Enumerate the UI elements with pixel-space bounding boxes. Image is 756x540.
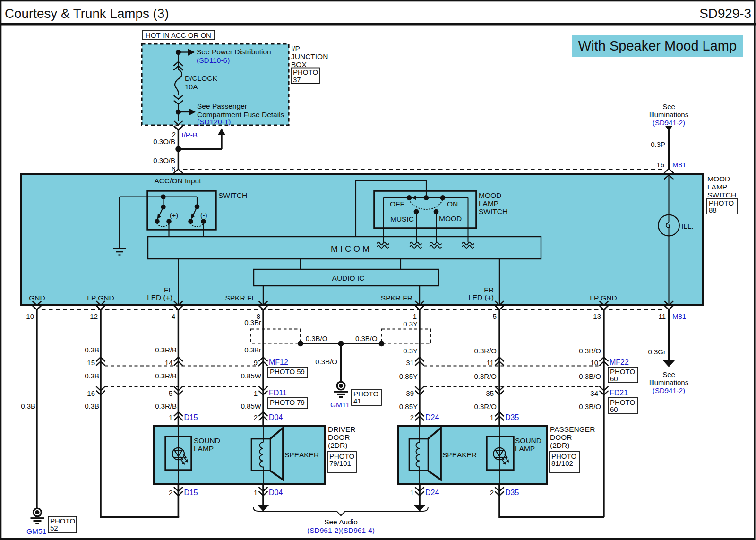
- svg-text:2: 2: [410, 413, 414, 421]
- svg-text:D35: D35: [505, 413, 519, 421]
- svg-text:PHOTO 59: PHOTO 59: [270, 368, 305, 376]
- svg-text:16: 16: [656, 161, 664, 169]
- svg-text:0.3B: 0.3B: [85, 346, 99, 354]
- svg-text:0.3R/O: 0.3R/O: [474, 372, 497, 380]
- svg-text:5: 5: [493, 312, 497, 320]
- svg-text:31: 31: [406, 359, 414, 367]
- svg-text:M81: M81: [672, 161, 686, 169]
- svg-text:52: 52: [50, 524, 58, 532]
- svg-text:0.3Br: 0.3Br: [244, 318, 261, 326]
- svg-text:14: 14: [165, 359, 173, 367]
- svg-text:GM51: GM51: [26, 527, 46, 535]
- svg-text:15: 15: [87, 359, 95, 367]
- svg-text:Illuminations: Illuminations: [649, 111, 688, 119]
- svg-text:41: 41: [353, 397, 361, 405]
- svg-text:I/P: I/P: [291, 44, 300, 52]
- svg-text:13: 13: [593, 312, 601, 320]
- svg-text:0.3Y: 0.3Y: [403, 320, 418, 328]
- svg-text:10: 10: [26, 312, 34, 320]
- svg-text:See Audio: See Audio: [324, 518, 358, 526]
- svg-text:M81: M81: [672, 312, 686, 320]
- svg-text:0.3B/O: 0.3B/O: [306, 334, 328, 343]
- svg-text:34: 34: [590, 389, 598, 397]
- svg-text:FD11: FD11: [269, 389, 287, 397]
- svg-text:1: 1: [413, 312, 417, 320]
- svg-text:0.3Br: 0.3Br: [244, 346, 261, 354]
- svg-text:1: 1: [254, 389, 258, 397]
- svg-text:PHOTO: PHOTO: [610, 368, 635, 376]
- svg-text:9: 9: [254, 359, 258, 367]
- svg-text:FL: FL: [164, 286, 172, 294]
- svg-text:MUSIC: MUSIC: [390, 215, 414, 223]
- svg-text:88: 88: [709, 206, 717, 214]
- svg-text:PHOTO: PHOTO: [551, 452, 576, 460]
- svg-text:FD21: FD21: [610, 389, 628, 397]
- svg-text:0.3B: 0.3B: [85, 402, 99, 410]
- svg-text:(-): (-): [200, 212, 207, 219]
- svg-text:1: 1: [490, 413, 494, 421]
- svg-text:Courtesy & Trunk Lamps (3): Courtesy & Trunk Lamps (3): [5, 6, 169, 21]
- svg-text:LP GND: LP GND: [590, 294, 617, 302]
- svg-text:Illuminations: Illuminations: [649, 378, 688, 386]
- svg-text:LAMP: LAMP: [194, 445, 214, 453]
- svg-text:(2DR): (2DR): [550, 441, 569, 449]
- svg-text:PHOTO: PHOTO: [329, 452, 354, 460]
- svg-text:LP GND: LP GND: [87, 294, 114, 302]
- svg-text:0.3B/O: 0.3B/O: [579, 403, 601, 411]
- svg-text:See Power Distribution: See Power Distribution: [197, 48, 271, 56]
- svg-text:(SD941-2): (SD941-2): [653, 386, 685, 394]
- svg-text:MF12: MF12: [269, 358, 288, 366]
- svg-text:Compartment Fuse Details: Compartment Fuse Details: [197, 111, 284, 119]
- svg-text:M I C O M: M I C O M: [331, 244, 369, 254]
- svg-text:BOX: BOX: [291, 60, 307, 69]
- svg-text:35: 35: [486, 389, 494, 397]
- svg-text:81/102: 81/102: [551, 459, 573, 467]
- svg-text:1: 1: [169, 413, 172, 421]
- svg-text:D24: D24: [425, 489, 439, 497]
- svg-text:SPEAKER: SPEAKER: [284, 451, 319, 459]
- svg-text:SWITCH: SWITCH: [707, 191, 736, 199]
- svg-text:5: 5: [169, 389, 172, 397]
- svg-text:See: See: [662, 103, 675, 111]
- svg-text:SWITCH: SWITCH: [479, 207, 507, 215]
- svg-text:0.3B/O: 0.3B/O: [579, 347, 601, 355]
- svg-text:60: 60: [610, 375, 618, 383]
- svg-text:MF22: MF22: [610, 358, 629, 366]
- svg-text:See Passenger: See Passenger: [197, 102, 247, 110]
- svg-text:1: 1: [254, 489, 258, 497]
- svg-text:2: 2: [490, 489, 494, 497]
- svg-text:37: 37: [293, 76, 301, 84]
- svg-text:ON: ON: [447, 200, 458, 208]
- svg-text:0.3B: 0.3B: [21, 402, 35, 410]
- svg-text:LAMP: LAMP: [707, 183, 727, 191]
- svg-text:See: See: [662, 370, 675, 378]
- svg-text:0.85W: 0.85W: [241, 402, 262, 410]
- svg-text:ILL.: ILL.: [681, 222, 694, 230]
- svg-text:0.3R/B: 0.3R/B: [155, 402, 177, 410]
- svg-text:39: 39: [406, 389, 414, 397]
- svg-text:(+): (+): [170, 212, 178, 219]
- svg-text:0.3O/B: 0.3O/B: [153, 137, 175, 146]
- svg-text:SPEAKER: SPEAKER: [442, 451, 477, 459]
- svg-text:DRIVER: DRIVER: [328, 425, 356, 433]
- svg-text:10: 10: [590, 359, 598, 367]
- svg-text:AUDIO IC: AUDIO IC: [332, 274, 365, 282]
- svg-text:2: 2: [254, 413, 258, 421]
- svg-text:SWITCH: SWITCH: [218, 191, 247, 199]
- svg-text:SPKR FR: SPKR FR: [381, 294, 412, 302]
- svg-text:11: 11: [658, 312, 666, 320]
- svg-text:SD929-3: SD929-3: [699, 6, 751, 21]
- svg-text:D/CLOCK: D/CLOCK: [185, 74, 218, 82]
- svg-text:DOOR: DOOR: [550, 433, 572, 441]
- svg-text:12: 12: [90, 312, 98, 320]
- svg-text:PHOTO: PHOTO: [353, 390, 378, 398]
- svg-text:0.3O/B: 0.3O/B: [153, 156, 175, 164]
- svg-text:16: 16: [87, 389, 95, 397]
- svg-text:0.85W: 0.85W: [241, 372, 262, 380]
- svg-text:D24: D24: [425, 413, 439, 421]
- svg-text:0.3B/O: 0.3B/O: [355, 334, 378, 343]
- svg-text:HOT IN ACC OR ON: HOT IN ACC OR ON: [146, 31, 211, 39]
- svg-text:LED (+): LED (+): [468, 293, 494, 301]
- svg-text:4: 4: [172, 312, 175, 320]
- svg-text:D04: D04: [269, 413, 283, 421]
